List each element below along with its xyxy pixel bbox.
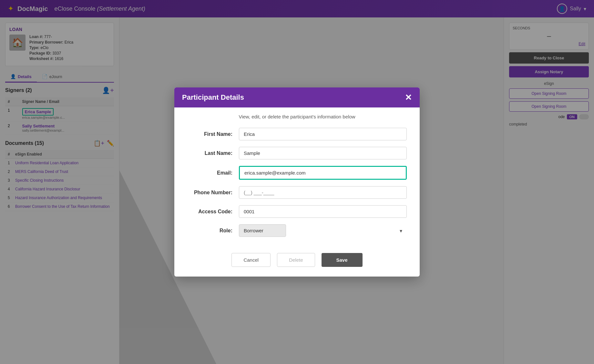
role-select[interactable]: Borrower Co-Borrower Settlement Agent No… bbox=[239, 224, 286, 237]
access-code-input[interactable] bbox=[239, 205, 407, 218]
phone-label: Phone Number: bbox=[187, 190, 239, 196]
access-code-label: Access Code: bbox=[187, 209, 239, 215]
role-label: Role: bbox=[187, 228, 239, 234]
email-label: Email: bbox=[187, 170, 239, 176]
last-name-row: Last Name: bbox=[187, 147, 407, 159]
modal-overlay[interactable]: Participant Details ✕ View, edit, or del… bbox=[0, 0, 594, 364]
modal-subtitle: View, edit, or delete the participant's … bbox=[174, 107, 420, 123]
role-row: Role: Borrower Co-Borrower Settlement Ag… bbox=[187, 224, 407, 237]
cancel-button[interactable]: Cancel bbox=[231, 253, 271, 267]
delete-button[interactable]: Delete bbox=[277, 253, 315, 267]
first-name-label: First Name: bbox=[187, 131, 239, 137]
participant-details-modal: Participant Details ✕ View, edit, or del… bbox=[174, 87, 420, 277]
email-input[interactable] bbox=[239, 166, 407, 180]
last-name-input[interactable] bbox=[239, 147, 407, 159]
first-name-input[interactable] bbox=[239, 128, 407, 140]
modal-footer: Cancel Delete Save bbox=[174, 253, 420, 277]
save-button[interactable]: Save bbox=[322, 253, 363, 267]
modal-title: Participant Details bbox=[182, 93, 244, 102]
first-name-row: First Name: bbox=[187, 128, 407, 140]
role-select-wrapper: Borrower Co-Borrower Settlement Agent No… bbox=[239, 224, 407, 237]
role-select-arrow-icon: ▾ bbox=[400, 228, 402, 234]
phone-row: Phone Number: bbox=[187, 186, 407, 199]
modal-close-button[interactable]: ✕ bbox=[405, 93, 412, 102]
email-row: Email: bbox=[187, 166, 407, 180]
modal-header: Participant Details ✕ bbox=[174, 87, 420, 107]
phone-input[interactable] bbox=[239, 186, 407, 199]
last-name-label: Last Name: bbox=[187, 150, 239, 156]
modal-body: First Name: Last Name: Email: Phone Numb… bbox=[174, 123, 420, 253]
access-code-row: Access Code: bbox=[187, 205, 407, 218]
